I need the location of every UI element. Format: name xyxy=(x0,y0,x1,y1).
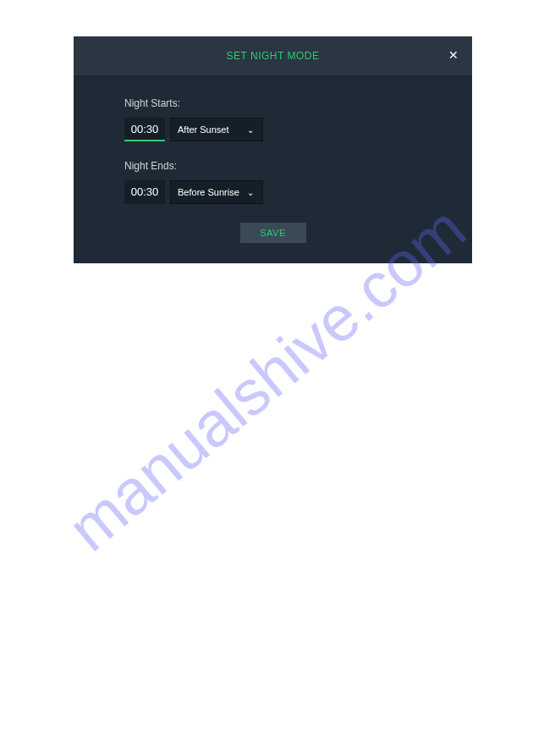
night-starts-label: Night Starts: xyxy=(124,97,421,109)
night-ends-time-input[interactable] xyxy=(124,180,165,204)
chevron-down-icon: ⌄ xyxy=(247,188,254,197)
modal-title: SET NIGHT MODE xyxy=(227,50,320,62)
chevron-down-icon: ⌄ xyxy=(247,125,254,135)
save-row: SAVE xyxy=(124,223,421,243)
night-ends-row: Before Sunrise ⌄ xyxy=(124,180,421,204)
night-starts-time-input[interactable] xyxy=(124,118,165,141)
night-ends-dropdown-label: Before Sunrise xyxy=(178,187,239,197)
modal-body: Night Starts: After Sunset ⌄ Night Ends:… xyxy=(74,75,472,260)
modal-header: SET NIGHT MODE ✕ xyxy=(74,36,472,75)
night-starts-row: After Sunset ⌄ xyxy=(124,118,421,141)
close-icon[interactable]: ✕ xyxy=(448,48,459,62)
night-ends-label: Night Ends: xyxy=(124,160,421,172)
save-button[interactable]: SAVE xyxy=(240,223,306,243)
night-starts-dropdown[interactable]: After Sunset ⌄ xyxy=(170,118,263,141)
night-ends-dropdown[interactable]: Before Sunrise ⌄ xyxy=(170,180,263,204)
night-mode-modal: SET NIGHT MODE ✕ Night Starts: After Sun… xyxy=(74,36,472,263)
night-starts-dropdown-label: After Sunset xyxy=(178,124,229,135)
